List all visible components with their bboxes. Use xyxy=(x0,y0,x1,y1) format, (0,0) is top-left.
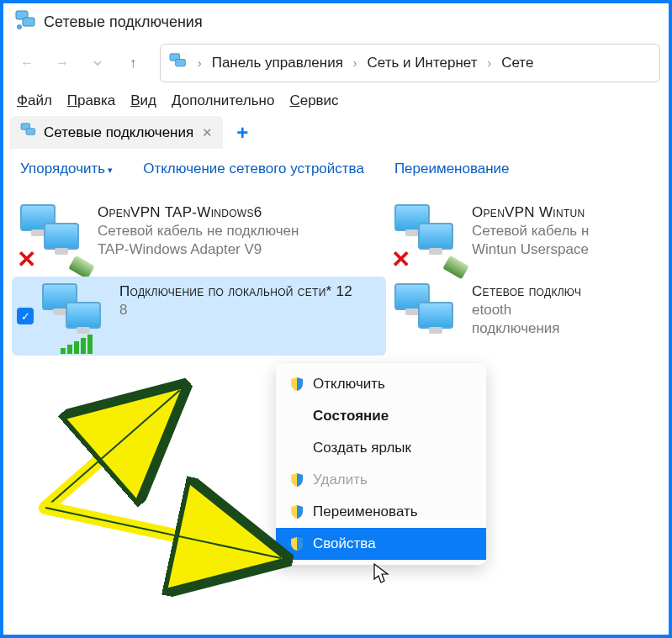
window-title: Сетевые подключения xyxy=(44,13,203,31)
svg-rect-4 xyxy=(176,60,186,66)
network-adapter-icon xyxy=(42,283,111,349)
connection-name: Подключение по локальной сети* 12 xyxy=(119,283,352,300)
shield-icon xyxy=(289,504,304,519)
network-connections-icon xyxy=(169,53,188,73)
tab-network-connections[interactable]: Сетевые подключения ✕ xyxy=(10,116,223,149)
menu-view[interactable]: Вид xyxy=(130,92,156,109)
svg-point-2 xyxy=(17,24,22,29)
menu-extra[interactable]: Дополнительно xyxy=(172,92,274,109)
shield-icon xyxy=(289,377,304,392)
ctx-label: Переименовать xyxy=(313,504,418,520)
network-adapter-icon xyxy=(394,283,463,349)
plug-icon xyxy=(68,256,95,280)
plug-icon xyxy=(442,256,469,280)
ctx-properties[interactable]: Свойства xyxy=(276,528,486,560)
forward-button[interactable]: → xyxy=(47,48,77,78)
connection-name: OpenVPN TAP-Windows6 xyxy=(98,204,299,221)
tab-bar: Сетевые подключения ✕ + xyxy=(3,116,669,149)
close-tab-button[interactable]: ✕ xyxy=(202,125,213,140)
connection-status: Сетевой кабель н xyxy=(472,223,589,240)
disable-device-button[interactable]: Отключение сетевого устройства xyxy=(143,161,364,177)
address-bar[interactable]: › Панель управления › Сеть и Интернет › … xyxy=(160,44,660,82)
network-connections-icon xyxy=(20,123,37,142)
ctx-state[interactable]: Состояние xyxy=(276,400,486,432)
ctx-label: Удалить xyxy=(313,472,368,488)
ctx-rename[interactable]: Переименовать xyxy=(276,496,486,528)
network-adapter-icon: ✕ xyxy=(394,204,463,270)
connection-item-selected[interactable]: ✓ Подключение по локальной сети* 12 8 xyxy=(12,277,386,356)
connection-device: Wintun Userspace xyxy=(472,241,589,258)
ctx-create-shortcut[interactable]: Создать ярлык xyxy=(276,432,486,464)
chevron-right-icon: › xyxy=(484,56,495,70)
back-button[interactable]: ← xyxy=(12,48,42,78)
chevron-right-icon: › xyxy=(194,56,205,70)
shield-icon xyxy=(289,472,304,488)
svg-rect-1 xyxy=(23,18,34,26)
connection-device: TAP-Windows Adapter V9 xyxy=(98,241,299,258)
disconnected-x-icon: ✕ xyxy=(391,245,410,273)
connection-name: OpenVPN Wintun xyxy=(472,204,589,221)
connection-item[interactable]: Сетевое подключ etooth подключения xyxy=(386,277,638,356)
connection-device: подключения xyxy=(472,320,581,337)
ctx-label: Состояние xyxy=(313,408,389,424)
chevron-right-icon: › xyxy=(350,56,361,70)
connection-status: etooth xyxy=(472,302,581,319)
ctx-label: Свойства xyxy=(313,535,376,552)
shield-icon xyxy=(289,536,304,551)
selection-checkbox[interactable]: ✓ xyxy=(17,308,34,324)
ctx-delete: Удалить xyxy=(276,464,486,496)
new-tab-button[interactable]: + xyxy=(228,121,257,145)
up-button[interactable]: ↑ xyxy=(118,48,148,78)
connection-item[interactable]: ✕ OpenVPN Wintun Сетевой кабель н Wintun… xyxy=(386,198,638,277)
title-bar: Сетевые подключения xyxy=(3,3,669,40)
rename-button[interactable]: Переименование xyxy=(394,161,510,177)
sort-dropdown[interactable]: Упорядочить xyxy=(20,161,113,177)
ctx-label: Отключить xyxy=(313,376,385,393)
menu-edit[interactable]: Правка xyxy=(67,92,115,109)
menu-bar: Файл Правка Вид Дополнительно Сервис xyxy=(3,86,669,116)
connection-name: Сетевое подключ xyxy=(472,283,581,300)
ctx-label: Создать ярлык xyxy=(313,440,411,456)
signal-strength-icon xyxy=(61,335,93,354)
menu-file[interactable]: Файл xyxy=(17,92,52,109)
ctx-disable[interactable]: Отключить xyxy=(276,368,486,400)
menu-service[interactable]: Сервис xyxy=(289,92,338,109)
breadcrumb-item[interactable]: Сеть и Интернет xyxy=(368,55,478,71)
connection-item[interactable]: ✕ OpenVPN TAP-Windows6 Сетевой кабель не… xyxy=(12,198,386,277)
cursor-icon xyxy=(373,563,390,585)
content-area: ✕ OpenVPN TAP-Windows6 Сетевой кабель не… xyxy=(3,189,669,364)
connection-device: 8 xyxy=(119,302,352,319)
network-connections-icon xyxy=(15,10,37,34)
disconnected-x-icon: ✕ xyxy=(17,245,36,273)
toolbar: Упорядочить Отключение сетевого устройст… xyxy=(3,149,669,189)
navigation-row: ← → ↑ › Панель управления › Сеть и Интер… xyxy=(3,40,669,86)
tab-label: Сетевые подключения xyxy=(44,124,193,141)
connection-status: Сетевой кабель не подключен xyxy=(98,223,299,240)
breadcrumb-item[interactable]: Панель управления xyxy=(212,55,343,71)
context-menu: Отключить Состояние Создать ярлык Удалит… xyxy=(276,363,486,565)
breadcrumb-item[interactable]: Сете xyxy=(501,55,533,71)
dropdown-history-button[interactable] xyxy=(82,48,113,78)
svg-rect-6 xyxy=(26,129,35,135)
network-adapter-icon: ✕ xyxy=(20,204,89,270)
